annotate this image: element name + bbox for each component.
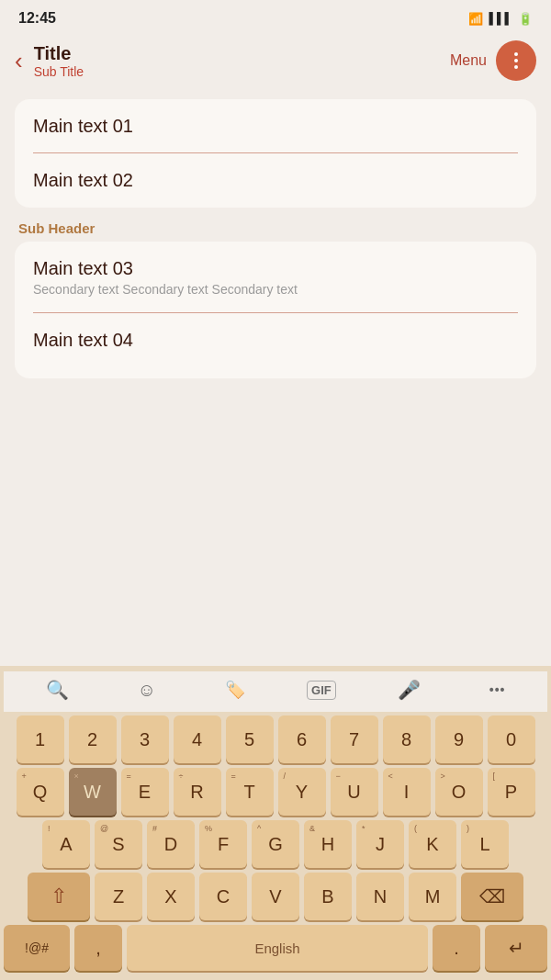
- key-e[interactable]: =E: [121, 768, 169, 816]
- key-0[interactable]: 0: [488, 715, 535, 763]
- key-q[interactable]: +Q: [17, 768, 64, 816]
- more-toolbar-btn[interactable]: •••: [482, 679, 513, 701]
- key-i[interactable]: <I: [383, 768, 431, 816]
- shift-icon: ⇧: [51, 884, 67, 908]
- list-item-3[interactable]: Main text 03 Secondary text Secondary te…: [15, 242, 536, 313]
- main-text-1: Main text 01: [33, 116, 518, 137]
- list-item-1[interactable]: Main text 01: [15, 99, 536, 153]
- keyboard-toolbar: 🔍 ☺ 🏷️ GIF 🎤 •••: [4, 671, 547, 712]
- backspace-key[interactable]: ⌫: [461, 873, 523, 920]
- back-button[interactable]: ‹: [15, 49, 23, 73]
- key-o[interactable]: >O: [435, 768, 483, 816]
- keyboard: 🔍 ☺ 🏷️ GIF 🎤 ••• 1 2 3 4 5 6 7 8 9 0 +Q …: [0, 666, 551, 980]
- key-1[interactable]: 1: [17, 715, 64, 763]
- key-k[interactable]: (K: [409, 820, 456, 868]
- key-b[interactable]: B: [304, 873, 352, 920]
- key-u[interactable]: −U: [331, 768, 378, 816]
- list-item-4[interactable]: Main text 04: [15, 313, 536, 378]
- key-8[interactable]: 8: [383, 715, 431, 763]
- number-row: 1 2 3 4 5 6 7 8 9 0: [4, 715, 547, 763]
- key-2[interactable]: 2: [69, 715, 117, 763]
- main-text-3: Main text 03: [33, 258, 518, 279]
- key-9[interactable]: 9: [435, 715, 483, 763]
- more-dots-icon: [514, 52, 518, 69]
- key-w[interactable]: ×W: [69, 768, 117, 816]
- gif-toolbar-btn[interactable]: GIF: [307, 681, 336, 700]
- key-d[interactable]: #D: [147, 820, 195, 868]
- key-x[interactable]: X: [147, 873, 195, 920]
- secondary-text-3: Secondary text Secondary text Secondary …: [33, 282, 518, 297]
- sticker-toolbar-btn[interactable]: 🏷️: [218, 676, 253, 704]
- asdf-row: !A @S #D %F ^G &H *J (K )L: [4, 820, 547, 868]
- battery-icon: 🔋: [518, 12, 533, 26]
- shift-key[interactable]: ⇧: [28, 873, 90, 920]
- key-5[interactable]: 5: [226, 715, 274, 763]
- nav-title-block: Title Sub Title: [34, 43, 450, 79]
- page-title: Title: [34, 43, 450, 64]
- key-t[interactable]: =T: [226, 768, 274, 816]
- content-area: Main text 01 Main text 02 Sub Header Mai…: [0, 88, 551, 378]
- key-v[interactable]: V: [252, 873, 299, 920]
- backspace-icon: ⌫: [479, 885, 505, 907]
- menu-button[interactable]: [496, 40, 536, 81]
- search-toolbar-btn[interactable]: 🔍: [39, 675, 76, 704]
- zxcv-row: ⇧ Z X C V B N M ⌫: [4, 873, 547, 920]
- key-n[interactable]: N: [356, 873, 404, 920]
- key-m[interactable]: M: [409, 873, 456, 920]
- card-2: Main text 03 Secondary text Secondary te…: [15, 242, 536, 378]
- enter-icon: ↵: [509, 937, 524, 959]
- signal-icon: ▌▌▌: [489, 12, 512, 25]
- status-bar: 12:45 📶 ▌▌▌ 🔋: [0, 0, 551, 33]
- key-s[interactable]: @S: [95, 820, 142, 868]
- fn-key[interactable]: !@#: [4, 925, 70, 971]
- status-time: 12:45: [18, 10, 56, 27]
- emoji-toolbar-btn[interactable]: ☺: [130, 676, 163, 704]
- key-j[interactable]: *J: [356, 820, 404, 868]
- key-7[interactable]: 7: [331, 715, 378, 763]
- bottom-row: !@# , English . ↵: [4, 925, 547, 971]
- nav-right: Menu: [450, 40, 536, 81]
- wifi-icon: 📶: [468, 12, 483, 26]
- sub-header: Sub Header: [0, 211, 551, 242]
- card-1: Main text 01 Main text 02: [15, 99, 536, 208]
- mic-toolbar-btn[interactable]: 🎤: [390, 675, 428, 704]
- key-f[interactable]: %F: [199, 820, 247, 868]
- status-icons: 📶 ▌▌▌ 🔋: [468, 12, 533, 26]
- key-h[interactable]: &H: [304, 820, 352, 868]
- key-6[interactable]: 6: [278, 715, 326, 763]
- enter-key[interactable]: ↵: [485, 925, 547, 971]
- key-a[interactable]: !A: [42, 820, 90, 868]
- qwerty-row: +Q ×W =E ÷R =T /Y −U <I >O [P: [4, 768, 547, 816]
- key-r[interactable]: ÷R: [174, 768, 221, 816]
- key-z[interactable]: Z: [95, 873, 142, 920]
- key-4[interactable]: 4: [174, 715, 221, 763]
- key-y[interactable]: /Y: [278, 768, 326, 816]
- key-c[interactable]: C: [199, 873, 247, 920]
- space-key[interactable]: English: [127, 925, 428, 971]
- page-subtitle: Sub Title: [34, 64, 450, 79]
- main-text-2: Main text 02: [33, 170, 518, 191]
- comma-key[interactable]: ,: [74, 925, 122, 971]
- key-p[interactable]: [P: [488, 768, 535, 816]
- list-item-2[interactable]: Main text 02: [15, 153, 536, 208]
- main-text-4: Main text 04: [33, 330, 518, 351]
- nav-bar: ‹ Title Sub Title Menu: [0, 33, 551, 88]
- key-g[interactable]: ^G: [252, 820, 299, 868]
- key-3[interactable]: 3: [121, 715, 169, 763]
- period-key[interactable]: .: [433, 925, 480, 971]
- key-l[interactable]: )L: [461, 820, 509, 868]
- menu-label: Menu: [450, 52, 487, 69]
